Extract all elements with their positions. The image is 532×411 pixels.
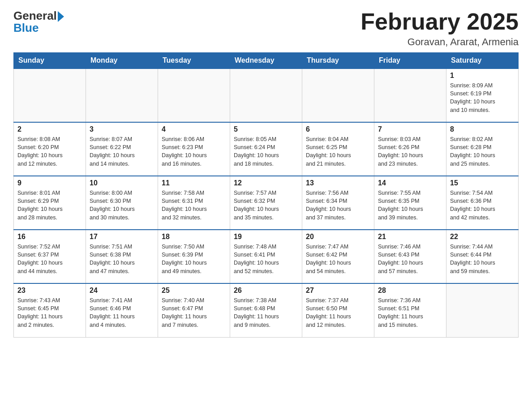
day-info: Sunrise: 7:58 AM Sunset: 6:31 PM Dayligh… (162, 189, 226, 222)
calendar-cell (446, 283, 519, 337)
day-info: Sunrise: 8:08 AM Sunset: 6:20 PM Dayligh… (17, 135, 82, 168)
day-number: 21 (378, 233, 442, 241)
weekday-header-wednesday: Wednesday (230, 53, 302, 69)
day-info: Sunrise: 7:54 AM Sunset: 6:36 PM Dayligh… (450, 189, 515, 222)
day-number: 16 (17, 233, 82, 241)
calendar-cell: 10Sunrise: 8:00 AM Sunset: 6:30 PM Dayli… (86, 176, 158, 230)
calendar-table: SundayMondayTuesdayWednesdayThursdayFrid… (13, 52, 519, 338)
day-number: 20 (306, 233, 370, 241)
day-number: 2 (17, 125, 82, 133)
calendar-cell: 21Sunrise: 7:46 AM Sunset: 6:43 PM Dayli… (374, 230, 446, 283)
calendar-cell: 16Sunrise: 7:52 AM Sunset: 6:37 PM Dayli… (14, 230, 86, 283)
calendar-cell: 25Sunrise: 7:40 AM Sunset: 6:47 PM Dayli… (158, 283, 230, 337)
header: General Blue February 2025 Goravan, Arar… (13, 9, 519, 48)
week-row-4: 16Sunrise: 7:52 AM Sunset: 6:37 PM Dayli… (14, 230, 519, 283)
day-number: 22 (450, 233, 515, 241)
day-info: Sunrise: 8:09 AM Sunset: 6:19 PM Dayligh… (450, 81, 515, 114)
day-info: Sunrise: 7:52 AM Sunset: 6:37 PM Dayligh… (17, 243, 82, 275)
calendar-cell (302, 68, 374, 122)
day-info: Sunrise: 8:05 AM Sunset: 6:24 PM Dayligh… (234, 135, 298, 168)
day-info: Sunrise: 8:06 AM Sunset: 6:23 PM Dayligh… (162, 135, 226, 168)
day-number: 15 (450, 179, 515, 187)
calendar-cell: 7Sunrise: 8:03 AM Sunset: 6:26 PM Daylig… (374, 122, 446, 176)
day-info: Sunrise: 7:36 AM Sunset: 6:51 PM Dayligh… (378, 296, 442, 329)
calendar-cell: 12Sunrise: 7:57 AM Sunset: 6:32 PM Dayli… (230, 176, 302, 230)
day-info: Sunrise: 7:37 AM Sunset: 6:50 PM Dayligh… (306, 296, 370, 329)
day-number: 1 (450, 72, 515, 80)
weekday-header-monday: Monday (86, 53, 158, 69)
day-info: Sunrise: 7:56 AM Sunset: 6:34 PM Dayligh… (306, 189, 370, 222)
calendar-cell: 22Sunrise: 7:44 AM Sunset: 6:44 PM Dayli… (446, 230, 519, 283)
weekday-header-saturday: Saturday (446, 53, 519, 69)
calendar-cell (86, 68, 158, 122)
calendar-cell: 15Sunrise: 7:54 AM Sunset: 6:36 PM Dayli… (446, 176, 519, 230)
week-row-2: 2Sunrise: 8:08 AM Sunset: 6:20 PM Daylig… (14, 122, 519, 176)
day-number: 9 (17, 179, 82, 187)
calendar-cell: 28Sunrise: 7:36 AM Sunset: 6:51 PM Dayli… (374, 283, 446, 337)
day-number: 5 (234, 125, 298, 133)
day-number: 28 (378, 287, 442, 295)
day-info: Sunrise: 8:04 AM Sunset: 6:25 PM Dayligh… (306, 135, 370, 168)
day-number: 18 (162, 233, 226, 241)
day-number: 25 (162, 287, 226, 295)
day-number: 23 (17, 287, 82, 295)
day-number: 10 (90, 179, 154, 187)
day-info: Sunrise: 7:47 AM Sunset: 6:42 PM Dayligh… (306, 243, 370, 275)
day-info: Sunrise: 7:50 AM Sunset: 6:39 PM Dayligh… (162, 243, 226, 275)
calendar-cell: 23Sunrise: 7:43 AM Sunset: 6:45 PM Dayli… (14, 283, 86, 337)
calendar-cell: 14Sunrise: 7:55 AM Sunset: 6:35 PM Dayli… (374, 176, 446, 230)
day-info: Sunrise: 7:48 AM Sunset: 6:41 PM Dayligh… (234, 243, 298, 275)
calendar-cell: 5Sunrise: 8:05 AM Sunset: 6:24 PM Daylig… (230, 122, 302, 176)
day-info: Sunrise: 8:02 AM Sunset: 6:28 PM Dayligh… (450, 135, 515, 168)
calendar-cell: 17Sunrise: 7:51 AM Sunset: 6:38 PM Dayli… (86, 230, 158, 283)
calendar-cell: 6Sunrise: 8:04 AM Sunset: 6:25 PM Daylig… (302, 122, 374, 176)
day-number: 3 (90, 125, 154, 133)
day-number: 12 (234, 179, 298, 187)
day-number: 27 (306, 287, 370, 295)
day-info: Sunrise: 8:03 AM Sunset: 6:26 PM Dayligh… (378, 135, 442, 168)
day-number: 13 (306, 179, 370, 187)
calendar-cell (374, 68, 446, 122)
day-number: 24 (90, 287, 154, 295)
calendar-cell: 13Sunrise: 7:56 AM Sunset: 6:34 PM Dayli… (302, 176, 374, 230)
day-info: Sunrise: 7:51 AM Sunset: 6:38 PM Dayligh… (90, 243, 154, 275)
day-number: 26 (234, 287, 298, 295)
calendar-cell: 27Sunrise: 7:37 AM Sunset: 6:50 PM Dayli… (302, 283, 374, 337)
week-row-3: 9Sunrise: 8:01 AM Sunset: 6:29 PM Daylig… (14, 176, 519, 230)
day-info: Sunrise: 7:46 AM Sunset: 6:43 PM Dayligh… (378, 243, 442, 275)
calendar-cell: 8Sunrise: 8:02 AM Sunset: 6:28 PM Daylig… (446, 122, 519, 176)
calendar-cell: 11Sunrise: 7:58 AM Sunset: 6:31 PM Dayli… (158, 176, 230, 230)
location-title: Goravan, Ararat, Armenia (360, 36, 519, 48)
calendar-cell (230, 68, 302, 122)
calendar-cell: 24Sunrise: 7:41 AM Sunset: 6:46 PM Dayli… (86, 283, 158, 337)
weekday-header-row: SundayMondayTuesdayWednesdayThursdayFrid… (14, 53, 519, 69)
calendar-cell (14, 68, 86, 122)
day-info: Sunrise: 7:55 AM Sunset: 6:35 PM Dayligh… (378, 189, 442, 222)
week-row-1: 1Sunrise: 8:09 AM Sunset: 6:19 PM Daylig… (14, 68, 519, 122)
calendar-cell: 2Sunrise: 8:08 AM Sunset: 6:20 PM Daylig… (14, 122, 86, 176)
logo-arrow-icon (58, 11, 64, 22)
month-title: February 2025 (360, 9, 519, 34)
weekday-header-thursday: Thursday (302, 53, 374, 69)
day-number: 19 (234, 233, 298, 241)
day-number: 7 (378, 125, 442, 133)
calendar-cell (158, 68, 230, 122)
day-number: 4 (162, 125, 226, 133)
title-area: February 2025 Goravan, Ararat, Armenia (360, 9, 519, 48)
weekday-header-friday: Friday (374, 53, 446, 69)
weekday-header-tuesday: Tuesday (158, 53, 230, 69)
calendar-cell: 19Sunrise: 7:48 AM Sunset: 6:41 PM Dayli… (230, 230, 302, 283)
day-info: Sunrise: 8:07 AM Sunset: 6:22 PM Dayligh… (90, 135, 154, 168)
logo-blue-text: Blue (13, 21, 39, 35)
day-info: Sunrise: 7:40 AM Sunset: 6:47 PM Dayligh… (162, 296, 226, 329)
logo-area: General Blue (13, 9, 64, 35)
week-row-5: 23Sunrise: 7:43 AM Sunset: 6:45 PM Dayli… (14, 283, 519, 337)
day-number: 17 (90, 233, 154, 241)
day-info: Sunrise: 7:44 AM Sunset: 6:44 PM Dayligh… (450, 243, 515, 275)
calendar-cell: 1Sunrise: 8:09 AM Sunset: 6:19 PM Daylig… (446, 68, 519, 122)
calendar-cell: 26Sunrise: 7:38 AM Sunset: 6:48 PM Dayli… (230, 283, 302, 337)
calendar-cell: 20Sunrise: 7:47 AM Sunset: 6:42 PM Dayli… (302, 230, 374, 283)
calendar-cell: 18Sunrise: 7:50 AM Sunset: 6:39 PM Dayli… (158, 230, 230, 283)
calendar-cell: 3Sunrise: 8:07 AM Sunset: 6:22 PM Daylig… (86, 122, 158, 176)
weekday-header-sunday: Sunday (14, 53, 86, 69)
